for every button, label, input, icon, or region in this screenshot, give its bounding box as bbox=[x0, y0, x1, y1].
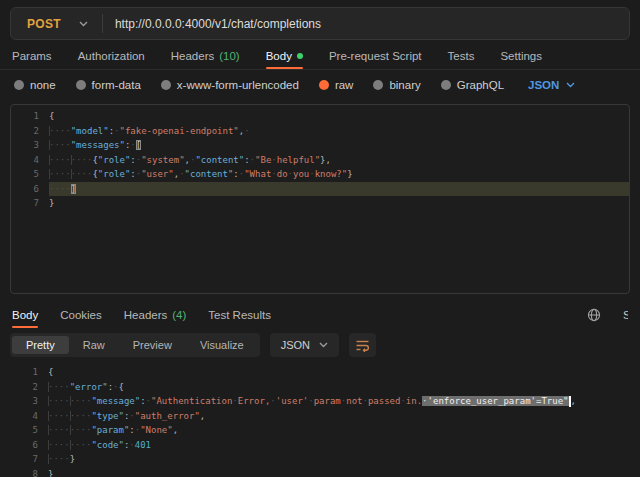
clipped-status-text: S bbox=[623, 309, 628, 321]
tab-tests[interactable]: Tests bbox=[448, 43, 475, 69]
response-body-viewer[interactable]: 1{2····"error":·{3········"message":·"Au… bbox=[0, 365, 640, 477]
response-tab-body[interactable]: Body bbox=[12, 302, 38, 328]
body-content-dot bbox=[297, 53, 303, 59]
response-toolbar: Pretty Raw Preview Visualize JSON bbox=[0, 332, 640, 358]
line-number: 7 bbox=[0, 452, 38, 467]
radio-icon bbox=[373, 80, 383, 90]
radio-raw[interactable]: raw bbox=[319, 79, 354, 91]
radio-graphql[interactable]: GraphQL bbox=[441, 79, 504, 91]
response-language-selector[interactable]: JSON bbox=[270, 333, 339, 357]
request-code: 1{2····"model":·"fake-openai-endpoint",·… bbox=[11, 109, 629, 211]
radio-icon bbox=[441, 80, 451, 90]
radio-icon-selected bbox=[319, 80, 329, 90]
code-line: 4········"type":·"auth_error", bbox=[0, 409, 640, 424]
view-visualize[interactable]: Visualize bbox=[186, 336, 258, 354]
line-number: 5 bbox=[11, 167, 39, 182]
code-line: 4········{"role":·"system",·"content":·"… bbox=[11, 153, 629, 168]
headers-count: (10) bbox=[219, 50, 239, 62]
line-number: 2 bbox=[11, 124, 39, 139]
line-number: 4 bbox=[11, 153, 39, 168]
chevron-down-icon bbox=[79, 21, 88, 27]
response-headers-count: (4) bbox=[172, 309, 186, 321]
code-line: 3········"message":·"Authentication·Erro… bbox=[0, 394, 640, 409]
code-line: 8} bbox=[0, 467, 640, 477]
code-line: 1{ bbox=[11, 109, 629, 124]
url-input[interactable]: http://0.0.0.0:4000/v1/chat/completions bbox=[103, 17, 629, 31]
code-line: 2····"error":·{ bbox=[0, 380, 640, 395]
code-line: 5········{"role":·"user",·"content":·"Wh… bbox=[11, 167, 629, 182]
tab-authorization[interactable]: Authorization bbox=[78, 43, 145, 69]
globe-icon[interactable] bbox=[587, 308, 601, 322]
code-line: 3····"messages":·[ bbox=[11, 138, 629, 153]
code-line: 6····] bbox=[11, 182, 629, 197]
tab-settings[interactable]: Settings bbox=[500, 43, 542, 69]
chevron-down-icon bbox=[319, 342, 328, 348]
request-tabs: Params Authorization Headers(10) Body Pr… bbox=[0, 43, 640, 70]
radio-icon bbox=[161, 80, 171, 90]
body-type-row: none form-data x-www-form-urlencoded raw… bbox=[0, 70, 640, 99]
tab-pre-request-script[interactable]: Pre-request Script bbox=[329, 43, 422, 69]
code-line: 7····} bbox=[0, 452, 640, 467]
wrap-text-button[interactable] bbox=[349, 333, 376, 357]
radio-none[interactable]: none bbox=[14, 79, 56, 91]
response-tabs: Body Cookies Headers(4) Test Results S bbox=[0, 302, 640, 328]
tab-headers[interactable]: Headers(10) bbox=[171, 43, 240, 69]
line-number: 7 bbox=[11, 196, 39, 211]
code-line: 1{ bbox=[0, 365, 640, 380]
view-switcher: Pretty Raw Preview Visualize bbox=[10, 333, 260, 357]
response-tab-headers[interactable]: Headers(4) bbox=[124, 302, 187, 328]
method-label: POST bbox=[27, 17, 61, 31]
code-line: 7} bbox=[11, 196, 629, 211]
line-number: 6 bbox=[0, 438, 38, 453]
chevron-down-icon bbox=[566, 82, 575, 88]
request-language-selector[interactable]: JSON bbox=[528, 79, 575, 91]
tab-params[interactable]: Params bbox=[12, 43, 52, 69]
view-preview[interactable]: Preview bbox=[119, 336, 186, 354]
line-number: 6 bbox=[11, 182, 39, 197]
view-raw[interactable]: Raw bbox=[69, 336, 119, 354]
line-number: 4 bbox=[0, 409, 38, 424]
radio-binary[interactable]: binary bbox=[373, 79, 420, 91]
response-tab-test-results[interactable]: Test Results bbox=[208, 302, 271, 328]
line-number: 1 bbox=[11, 109, 39, 124]
line-number: 1 bbox=[0, 365, 38, 380]
line-number: 8 bbox=[0, 467, 38, 477]
code-line: 6········"code":·401 bbox=[0, 438, 640, 453]
tab-body[interactable]: Body bbox=[266, 43, 303, 69]
radio-icon bbox=[76, 80, 86, 90]
request-url-bar: POST http://0.0.0.0:4000/v1/chat/complet… bbox=[10, 7, 630, 40]
code-line: 2····"model":·"fake-openai-endpoint",· bbox=[11, 124, 629, 139]
response-tab-cookies[interactable]: Cookies bbox=[60, 302, 102, 328]
radio-x-www-form-urlencoded[interactable]: x-www-form-urlencoded bbox=[161, 79, 299, 91]
radio-form-data[interactable]: form-data bbox=[76, 79, 141, 91]
wrap-text-icon bbox=[355, 339, 370, 352]
method-selector[interactable]: POST bbox=[11, 17, 102, 31]
view-pretty[interactable]: Pretty bbox=[12, 336, 69, 354]
line-number: 5 bbox=[0, 423, 38, 438]
line-number: 3 bbox=[0, 394, 38, 409]
code-line: 5········"param":·"None", bbox=[0, 423, 640, 438]
line-number: 3 bbox=[11, 138, 39, 153]
radio-icon bbox=[14, 80, 24, 90]
line-number: 2 bbox=[0, 380, 38, 395]
request-body-editor[interactable]: 1{2····"model":·"fake-openai-endpoint",·… bbox=[10, 104, 630, 294]
